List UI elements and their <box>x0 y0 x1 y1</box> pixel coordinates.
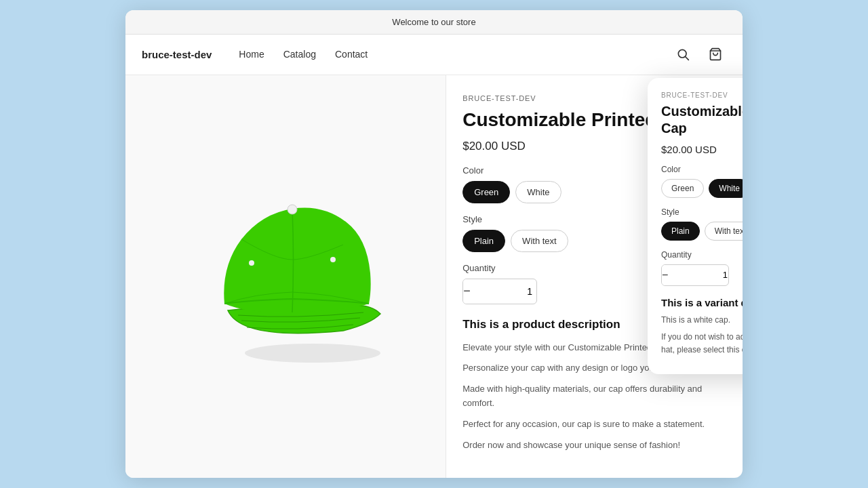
quantity-decrease-button[interactable]: − <box>463 279 471 304</box>
nav-logo[interactable]: bruce-test-dev <box>142 49 212 60</box>
popup-quantity-control: − + <box>661 264 729 286</box>
product-image-area <box>125 75 446 479</box>
product-desc-p4: Perfect for any occasion, our cap is sur… <box>462 418 726 432</box>
nav-link-contact[interactable]: Contact <box>335 49 368 60</box>
svg-line-1 <box>686 57 689 60</box>
announcement-bar: Welcome to our store <box>125 10 743 35</box>
popup-color-option-white[interactable]: White <box>709 179 743 198</box>
svg-point-4 <box>288 205 297 214</box>
popup-quantity-decrease-button[interactable]: − <box>662 265 668 285</box>
nav-link-home[interactable]: Home <box>239 49 264 60</box>
nav-icons <box>672 43 726 65</box>
svg-point-5 <box>249 260 254 266</box>
popup-quantity-label: Quantity <box>661 250 743 260</box>
cap-image <box>184 182 387 371</box>
product-desc-p5: Order now and showcase your unique sense… <box>462 439 726 453</box>
search-button[interactable] <box>672 43 694 65</box>
nav-links: Home Catalog Contact <box>239 49 672 60</box>
svg-point-3 <box>245 344 380 363</box>
popup-style-option-with-text[interactable]: With text <box>705 222 743 241</box>
popup-color-options: Green White <box>661 179 743 198</box>
cap-svg <box>187 185 384 368</box>
color-option-green[interactable]: Green <box>462 181 510 203</box>
announcement-text: Welcome to our store <box>392 17 475 27</box>
popup-card: BRUCE-TEST-DEV Customizable Printed Cap … <box>648 78 743 375</box>
svg-point-6 <box>330 257 336 262</box>
popup-title: Customizable Printed Cap <box>661 103 743 137</box>
popup-color-option-green[interactable]: Green <box>661 179 704 198</box>
popup-style-option-plain[interactable]: Plain <box>661 222 700 241</box>
popup-variant-title: This is a variant description <box>661 297 743 308</box>
search-icon <box>676 47 690 61</box>
popup-variant-text-2: If you do not wish to add any text to th… <box>661 331 743 357</box>
popup-quantity-input[interactable] <box>668 270 729 280</box>
cart-button[interactable] <box>705 43 726 65</box>
style-option-with-text[interactable]: With text <box>511 230 568 252</box>
popup-brand: BRUCE-TEST-DEV <box>661 92 743 99</box>
popup-variant-text-1: This is a white cap. <box>661 314 743 327</box>
quantity-control: − + <box>462 279 537 304</box>
quantity-input[interactable] <box>471 286 537 297</box>
popup-price: $20.00 USD <box>661 144 743 155</box>
popup-style-options: Plain With text <box>661 222 743 241</box>
style-option-plain[interactable]: Plain <box>462 230 505 252</box>
browser-window: Welcome to our store bruce-test-dev Home… <box>125 10 743 479</box>
product-desc-p3: Made with high-quality materials, our ca… <box>462 382 726 411</box>
nav-bar: bruce-test-dev Home Catalog Contact <box>125 35 743 75</box>
color-option-white[interactable]: White <box>515 181 561 203</box>
nav-link-catalog[interactable]: Catalog <box>283 49 316 60</box>
cart-icon <box>709 47 722 61</box>
popup-style-label: Style <box>661 207 743 217</box>
popup-color-label: Color <box>661 165 743 174</box>
